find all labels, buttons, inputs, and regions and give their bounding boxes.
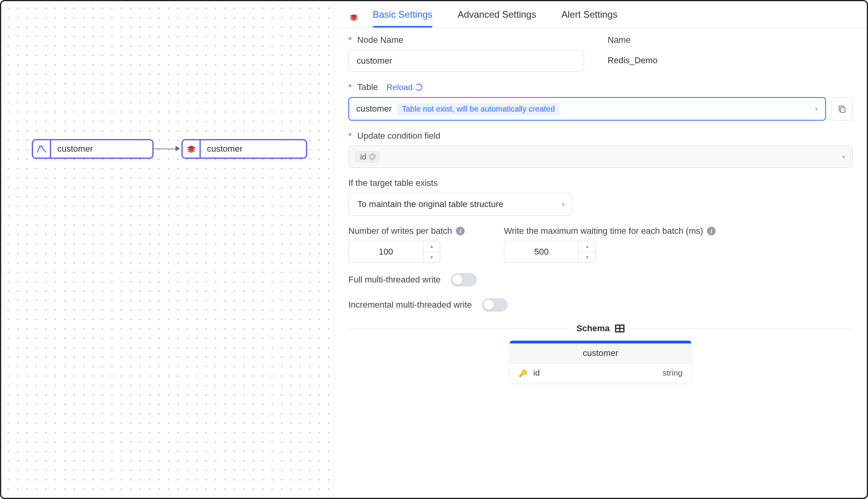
edge-arrowhead-icon: [176, 146, 180, 151]
name-value: Redis_Demo: [608, 50, 657, 66]
writes-per-batch-input[interactable]: 100 ▲ ▼: [348, 241, 465, 263]
flow-canvas[interactable]: customer customer: [1, 1, 334, 498]
max-wait-label: Write the maximum waiting time for each …: [504, 226, 716, 236]
writes-per-batch-label: Number of writes per batch i: [348, 226, 465, 236]
reload-icon: [415, 84, 422, 91]
target-exists-label: If the target table exists: [348, 178, 853, 188]
inc-mt-toggle[interactable]: [482, 298, 508, 312]
chevron-down-icon: ▾: [842, 153, 845, 161]
key-icon: 🔑: [518, 369, 527, 377]
tabs-bar: Basic Settings Advanced Settings Alert S…: [334, 1, 867, 28]
redis-icon: [348, 12, 359, 24]
node-name-input[interactable]: customer: [348, 50, 584, 72]
tab-basic-settings[interactable]: Basic Settings: [373, 9, 432, 27]
step-up-button[interactable]: ▲: [579, 241, 595, 252]
chevron-down-icon: ▾: [815, 105, 818, 113]
step-down-button[interactable]: ▼: [579, 252, 595, 263]
target-node-label: customer: [201, 144, 251, 154]
redis-icon: [183, 140, 201, 158]
schema-divider: Schema: [348, 323, 853, 334]
source-node-label: customer: [51, 144, 101, 154]
step-up-button[interactable]: ▲: [423, 241, 440, 252]
settings-panel: Basic Settings Advanced Settings Alert S…: [334, 1, 867, 498]
chevron-down-icon: ▾: [562, 201, 565, 208]
tab-alert-settings[interactable]: Alert Settings: [561, 9, 617, 27]
edge-line: [154, 149, 176, 149]
mysql-icon: [33, 140, 51, 158]
reload-link[interactable]: Reload: [386, 83, 422, 92]
schema-table-name: customer: [510, 343, 691, 363]
table-hint-chip: Table not exist, will be automatically c…: [397, 103, 559, 115]
schema-field-name: id: [533, 368, 540, 377]
svg-rect-2: [841, 107, 845, 112]
info-icon[interactable]: i: [456, 227, 465, 235]
info-icon[interactable]: i: [707, 227, 716, 235]
source-node[interactable]: customer: [32, 139, 154, 159]
target-exists-select[interactable]: To maintain the original table structure…: [348, 193, 572, 216]
full-mt-label: Full multi-threaded write: [348, 275, 441, 285]
panel-body[interactable]: *Node Name customer Name Redis_Demo *Tab…: [334, 28, 867, 498]
step-down-button[interactable]: ▼: [423, 252, 440, 263]
name-label: Name: [608, 35, 657, 45]
node-name-label: *Node Name: [348, 35, 584, 45]
table-value: customer: [356, 104, 392, 114]
table-label: *Table Reload: [348, 82, 853, 92]
schema-row[interactable]: 🔑 id string: [510, 363, 691, 382]
table-icon: [615, 325, 624, 332]
schema-field-type: string: [663, 368, 683, 378]
target-node[interactable]: customer: [181, 139, 307, 159]
condition-tag: id ✕: [355, 151, 379, 163]
table-select[interactable]: customer Table not exist, will be automa…: [348, 97, 826, 121]
update-condition-label: *Update condition field: [348, 131, 853, 141]
max-wait-input[interactable]: 500 ▲ ▼: [504, 241, 716, 263]
remove-tag-button[interactable]: ✕: [369, 153, 376, 160]
copy-button[interactable]: [831, 97, 853, 121]
tab-advanced-settings[interactable]: Advanced Settings: [458, 9, 536, 27]
copy-icon: [838, 105, 846, 113]
schema-card: customer 🔑 id string: [510, 341, 691, 382]
update-condition-select[interactable]: id ✕ ▾: [348, 146, 853, 168]
full-mt-toggle[interactable]: [451, 273, 477, 286]
inc-mt-label: Incremental multi-threaded write: [348, 300, 472, 310]
svg-point-0: [39, 146, 40, 147]
